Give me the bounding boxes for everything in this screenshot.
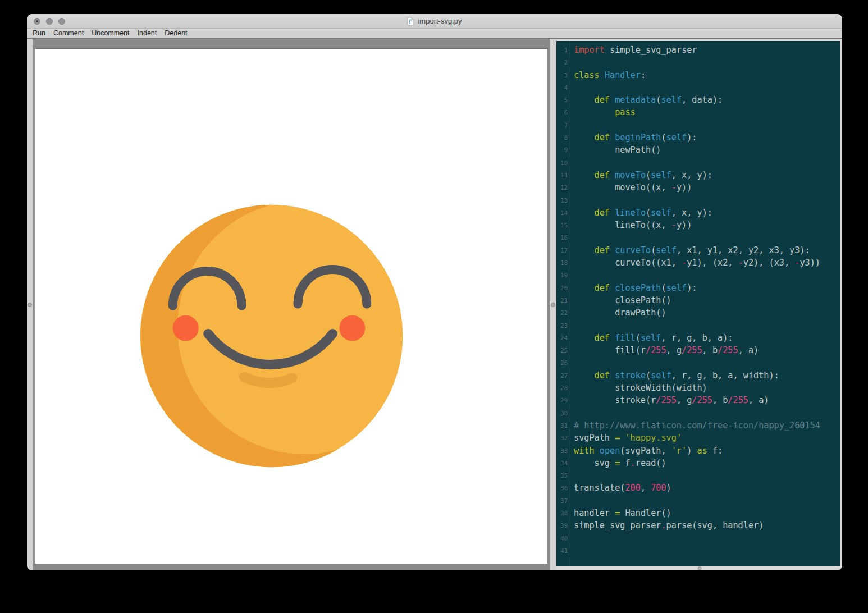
code-line[interactable] xyxy=(574,495,840,507)
main-content: 1234567891011121314151617181920212223242… xyxy=(27,39,842,570)
bottom-splitter-grip-icon[interactable] xyxy=(697,566,701,570)
code-line[interactable] xyxy=(574,231,840,244)
code-line[interactable]: lineTo((x, -y)) xyxy=(574,219,840,231)
run-button[interactable]: Run xyxy=(33,29,45,38)
line-number: 1 xyxy=(556,44,568,56)
code-line[interactable] xyxy=(574,269,840,281)
comment-button[interactable]: Comment xyxy=(53,29,84,38)
titlebar[interactable]: import-svg.py xyxy=(27,14,842,29)
line-number: 34 xyxy=(556,457,568,469)
code-line[interactable] xyxy=(574,469,840,482)
code-line[interactable]: def beginPath(self): xyxy=(574,131,840,144)
code-line[interactable]: class Handler: xyxy=(574,69,840,81)
code-line[interactable]: curveTo((x1, -y1), (x2, -y2), (x3, -y3)) xyxy=(574,257,840,269)
line-number: 14 xyxy=(556,207,568,219)
toolbar: Run Comment Uncomment Indent Dedent xyxy=(27,29,842,39)
code-line[interactable] xyxy=(574,545,840,557)
canvas-pane xyxy=(33,39,549,570)
line-number: 28 xyxy=(556,382,568,394)
dedent-button[interactable]: Dedent xyxy=(165,29,187,38)
code-line[interactable] xyxy=(574,194,840,207)
line-number: 40 xyxy=(556,532,568,545)
line-number: 23 xyxy=(556,319,568,332)
line-number: 38 xyxy=(556,507,568,519)
uncomment-button[interactable]: Uncomment xyxy=(92,29,129,38)
code-line[interactable] xyxy=(574,157,840,169)
code-area[interactable]: import simple_svg_parserclass Handler: d… xyxy=(570,41,840,566)
line-number: 2 xyxy=(556,56,568,68)
center-splitter[interactable] xyxy=(549,39,556,570)
minimize-button[interactable] xyxy=(46,18,53,25)
code-line[interactable]: svgPath = 'happy.svg' xyxy=(574,432,840,444)
close-button[interactable] xyxy=(34,18,40,25)
code-line[interactable]: moveTo((x, -y)) xyxy=(574,181,840,194)
code-line[interactable] xyxy=(574,319,840,332)
traffic-lights xyxy=(34,14,65,28)
code-line[interactable] xyxy=(574,81,840,94)
code-line[interactable] xyxy=(574,532,840,545)
line-number: 26 xyxy=(556,356,568,369)
line-number: 10 xyxy=(556,157,568,169)
code-line[interactable] xyxy=(574,56,840,68)
line-number: 41 xyxy=(556,545,568,557)
line-number: 17 xyxy=(556,244,568,257)
code-line[interactable]: def moveTo(self, x, y): xyxy=(574,169,840,181)
code-line[interactable]: translate(200, 700) xyxy=(574,482,840,494)
line-number: 12 xyxy=(556,181,568,194)
line-number-gutter: 1234567891011121314151617181920212223242… xyxy=(556,41,570,566)
code-line[interactable]: import simple_svg_parser xyxy=(574,44,840,56)
line-number: 39 xyxy=(556,519,568,532)
line-number: 16 xyxy=(556,231,568,244)
code-line[interactable]: svg = f.read() xyxy=(574,457,840,469)
right-cheek xyxy=(339,315,365,341)
code-editor[interactable]: 1234567891011121314151617181920212223242… xyxy=(556,41,840,566)
left-splitter[interactable] xyxy=(27,39,33,570)
code-line[interactable]: drawPath() xyxy=(574,306,840,319)
code-line[interactable] xyxy=(574,356,840,369)
splitter-grip-icon xyxy=(551,303,555,307)
code-line[interactable]: strokeWidth(width) xyxy=(574,382,840,394)
code-line[interactable]: def closePath(self): xyxy=(574,282,840,294)
code-line[interactable]: closePath() xyxy=(574,294,840,306)
editor-pane: 1234567891011121314151617181920212223242… xyxy=(556,39,842,570)
code-line[interactable]: def curveTo(self, x1, y1, x2, y2, x3, y3… xyxy=(574,244,840,257)
code-line[interactable]: def fill(self, r, g, b, a): xyxy=(574,332,840,344)
line-number: 8 xyxy=(556,131,568,144)
line-number: 11 xyxy=(556,169,568,181)
code-line[interactable]: fill(r/255, g/255, b/255, a) xyxy=(574,344,840,356)
drawing-canvas xyxy=(34,48,547,564)
line-number: 32 xyxy=(556,432,568,444)
line-number: 6 xyxy=(556,106,568,118)
line-number: 36 xyxy=(556,482,568,494)
line-number: 19 xyxy=(556,269,568,281)
line-number: 15 xyxy=(556,219,568,231)
code-line[interactable]: newPath() xyxy=(574,144,840,156)
app-window: import-svg.py Run Comment Uncomment Inde… xyxy=(27,14,842,570)
line-number: 5 xyxy=(556,94,568,106)
code-line[interactable]: handler = Handler() xyxy=(574,507,840,519)
line-number: 7 xyxy=(556,119,568,131)
code-line[interactable] xyxy=(574,119,840,131)
window-title: import-svg.py xyxy=(418,17,462,25)
code-line[interactable]: def lineTo(self, x, y): xyxy=(574,207,840,219)
code-line[interactable]: def stroke(self, r, g, b, a, width): xyxy=(574,369,840,382)
code-line[interactable]: simple_svg_parser.parse(svg, handler) xyxy=(574,519,840,532)
code-line[interactable]: def metadata(self, data): xyxy=(574,94,840,106)
code-line[interactable]: stroke(r/255, g/255, b/255, a) xyxy=(574,394,840,406)
code-line[interactable]: with open(svgPath, 'r') as f: xyxy=(574,445,840,457)
line-number: 22 xyxy=(556,306,568,319)
code-line[interactable]: # http://www.flaticon.com/free-icon/happ… xyxy=(574,419,840,432)
code-line[interactable] xyxy=(574,407,840,419)
line-number: 33 xyxy=(556,445,568,457)
line-number: 13 xyxy=(556,194,568,207)
document-icon xyxy=(407,17,414,26)
line-number: 31 xyxy=(556,419,568,432)
code-line[interactable]: pass xyxy=(574,106,840,118)
line-number: 27 xyxy=(556,369,568,382)
left-cheek xyxy=(173,315,199,341)
line-number: 18 xyxy=(556,257,568,269)
happy-face-drawing xyxy=(35,49,547,564)
zoom-button[interactable] xyxy=(58,18,65,25)
line-number: 9 xyxy=(556,144,568,156)
indent-button[interactable]: Indent xyxy=(138,29,157,38)
